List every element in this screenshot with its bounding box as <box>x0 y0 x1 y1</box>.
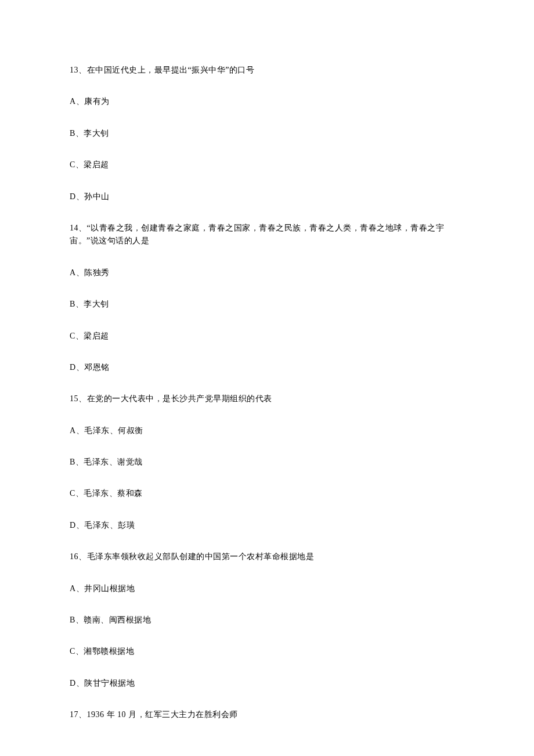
option: C、毛泽东、蔡和森 <box>70 487 464 500</box>
option: D、毛泽东、彭璜 <box>70 519 464 532</box>
option-text: D、邓恩铭 <box>70 361 464 374</box>
question-text: 13、在中国近代史上，最早提出“振兴中华”的口号 <box>70 64 464 77</box>
question-prompt: 16、毛泽东率领秋收起义部队创建的中国第一个农村革命根据地是 <box>70 550 464 563</box>
option: D、孙中山 <box>70 190 464 203</box>
option: C、湘鄂赣根据地 <box>70 645 464 658</box>
option: B、赣南、闽西根据地 <box>70 614 464 627</box>
question-text: 15、在党的一大代表中，是长沙共产党早期组织的代表 <box>70 393 464 405</box>
option-text: C、梁启超 <box>70 159 464 171</box>
question-prompt: 13、在中国近代史上，最早提出“振兴中华”的口号 <box>70 64 464 77</box>
option: B、李大钊 <box>70 298 464 311</box>
option: C、梁启超 <box>70 330 464 343</box>
option-text: D、毛泽东、彭璜 <box>70 519 464 532</box>
option: A、陈独秀 <box>70 267 464 279</box>
option: B、毛泽东、谢觉哉 <box>70 456 464 469</box>
option: A、毛泽东、何叔衡 <box>70 424 464 437</box>
option-text: D、孙中山 <box>70 190 464 203</box>
option: B、李大钊 <box>70 127 464 140</box>
option-text: A、毛泽东、何叔衡 <box>70 424 464 437</box>
option: D、邓恩铭 <box>70 361 464 374</box>
option: A、康有为 <box>70 95 464 108</box>
option-text: D、陕甘宁根据地 <box>70 677 464 690</box>
option-text: A、陈独秀 <box>70 267 464 279</box>
question-prompt: 14、“以青春之我，创建青春之家庭，青春之国家，青春之民族，青春之人类，青春之地… <box>70 222 464 248</box>
option-text: C、毛泽东、蔡和森 <box>70 487 464 500</box>
question-text: 16、毛泽东率领秋收起义部队创建的中国第一个农村革命根据地是 <box>70 550 464 563</box>
option-text: B、赣南、闽西根据地 <box>70 614 464 627</box>
question-text: 17、1936 年 10 月，红军三大主力在胜利会师 <box>70 708 464 721</box>
option: A、井冈山根据地 <box>70 582 464 595</box>
option-text: B、毛泽东、谢觉哉 <box>70 456 464 469</box>
option-text: B、李大钊 <box>70 298 464 311</box>
option: D、陕甘宁根据地 <box>70 677 464 690</box>
option-text: C、梁启超 <box>70 330 464 343</box>
option-text: B、李大钊 <box>70 127 464 140</box>
question-prompt: 17、1936 年 10 月，红军三大主力在胜利会师 <box>70 708 464 721</box>
option: C、梁启超 <box>70 159 464 171</box>
option-text: A、井冈山根据地 <box>70 582 464 595</box>
question-text: 14、“以青春之我，创建青春之家庭，青春之国家，青春之民族，青春之人类，青春之地… <box>70 222 464 248</box>
option-text: A、康有为 <box>70 95 464 108</box>
question-prompt: 15、在党的一大代表中，是长沙共产党早期组织的代表 <box>70 393 464 405</box>
option-text: C、湘鄂赣根据地 <box>70 645 464 658</box>
document-content: 13、在中国近代史上，最早提出“振兴中华”的口号A、康有为B、李大钊C、梁启超D… <box>70 64 464 722</box>
